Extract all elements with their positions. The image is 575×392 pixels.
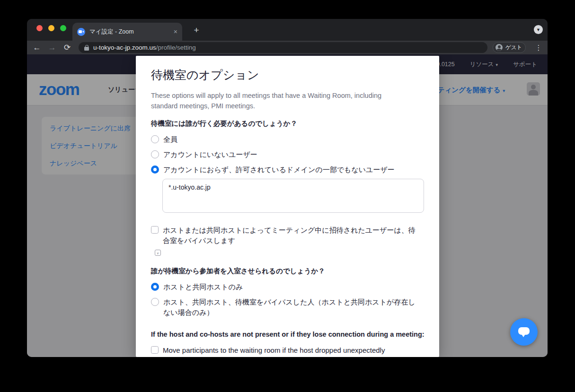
back-button[interactable]: ← [30, 41, 44, 54]
forward-button[interactable]: → [45, 41, 59, 54]
radio-selected-icon[interactable] [151, 166, 159, 174]
allowed-domains-input[interactable]: *.u-tokyo.ac.jp [162, 179, 424, 213]
profile-button[interactable]: ゲスト [493, 42, 526, 53]
url-domain: u-tokyo-ac-jp.zoom.us [93, 44, 156, 51]
move-participants-checkbox-row[interactable]: Move participants to the waiting room if… [151, 345, 385, 356]
modal-description: These options will apply to all meetings… [151, 90, 407, 111]
guest-avatar-icon [495, 44, 503, 51]
zoom-favicon-icon [77, 28, 85, 36]
q1-option-everyone[interactable]: 全員 [151, 134, 177, 145]
checkbox-unchecked-icon[interactable] [151, 346, 159, 354]
lock-icon[interactable] [84, 45, 89, 51]
chat-support-button[interactable] [510, 318, 538, 346]
q3-heading: If the host and co-hosts are not present… [151, 329, 425, 340]
profile-label: ゲスト [505, 44, 522, 51]
page-viewport: 88.799.0125 リソース▾ サポート zoom ソリューション ミーティ… [27, 54, 548, 357]
q1-option-users-not-in-account[interactable]: アカウントにいないユーザー [151, 149, 257, 160]
chat-bubble-icon [518, 327, 530, 335]
modal-title: 待機室のオプション [151, 67, 259, 83]
tab-strip: マイ設定 - Zoom × + ▼ [27, 19, 548, 41]
q1-option-users-not-in-allowed-domains[interactable]: アカウントにおらず、許可されているドメインの一部でもないユーザー [151, 165, 395, 175]
q1-heading: 待機室には誰が行く必要があるのでしょうか？ [151, 118, 297, 129]
browser-toolbar: ← → ⟳ u-tokyo-ac-jp.zoom.us /profile/set… [27, 41, 548, 54]
q2-heading: 誰が待機室から参加者を入室させられるのでしょうか？ [151, 266, 325, 276]
waiting-room-options-modal: 待機室のオプション These options will apply to al… [136, 56, 439, 357]
radio-unselected-icon[interactable] [151, 135, 159, 143]
radio-unselected-icon[interactable] [151, 298, 159, 306]
close-window-button[interactable] [36, 25, 43, 31]
url-path: /profile/setting [156, 44, 196, 51]
bypass-waiting-room-checkbox-row[interactable]: ホストまたは共同ホストによってミーティング中に招待されたユーザーは、待合室をバイ… [151, 225, 421, 246]
q2-option-host-cohosts-only[interactable]: ホストと共同ホストのみ [151, 282, 243, 292]
broken-image-icon: v [155, 250, 161, 256]
radio-selected-icon[interactable] [151, 283, 159, 291]
checkbox-unchecked-icon[interactable] [151, 226, 159, 234]
browser-menu-button[interactable]: ⋮ [533, 41, 544, 54]
reload-button[interactable]: ⟳ [61, 41, 74, 54]
minimize-window-button[interactable] [48, 25, 54, 31]
browser-window: マイ設定 - Zoom × + ▼ ← → ⟳ u-tokyo-ac-jp.zo… [27, 19, 548, 357]
q2-option-host-cohosts-bypassers[interactable]: ホスト、共同ホスト、待機室をバイパスした人（ホストと共同ホストが存在しない場合の… [151, 297, 421, 318]
radio-unselected-icon[interactable] [151, 150, 159, 158]
browser-tab[interactable]: マイ設定 - Zoom × [72, 23, 182, 41]
window-controls [36, 25, 66, 31]
tab-title: マイ設定 - Zoom [89, 28, 170, 36]
url-bar[interactable]: u-tokyo-ac-jp.zoom.us /profile/setting [79, 42, 487, 53]
new-tab-button[interactable]: + [191, 25, 202, 36]
close-tab-icon[interactable]: × [174, 28, 177, 35]
tab-search-button[interactable]: ▼ [534, 25, 543, 34]
maximize-window-button[interactable] [60, 25, 66, 31]
